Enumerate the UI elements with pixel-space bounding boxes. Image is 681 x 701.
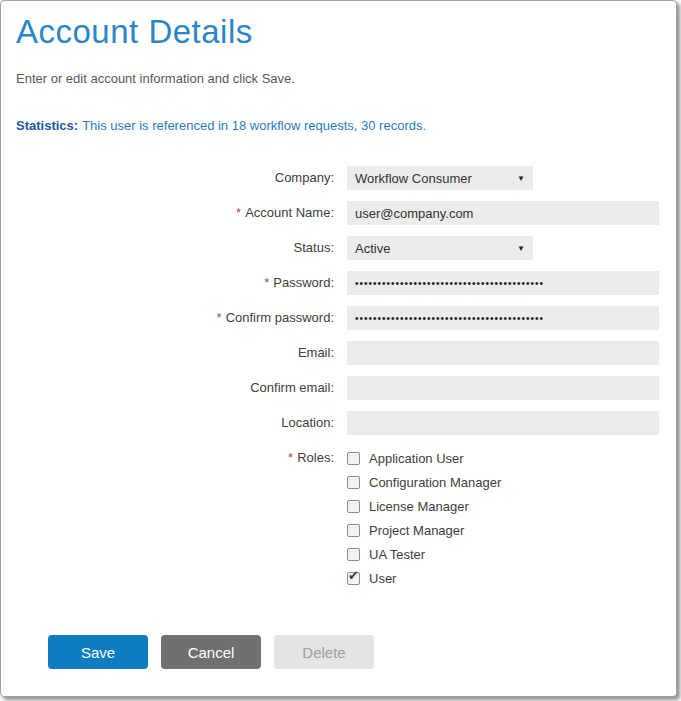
required-marker: * (217, 310, 222, 325)
role-row-ua-tester: ✔ UA Tester (347, 542, 501, 566)
location-label-cell: Location: (16, 411, 334, 435)
role-label: Project Manager (369, 523, 464, 538)
confirm-email-label: Confirm email: (250, 380, 334, 395)
role-checkbox-license-manager[interactable]: ✔ (347, 500, 360, 513)
email-label-cell: Email: (16, 341, 334, 365)
role-checkbox-project-manager[interactable]: ✔ (347, 524, 360, 537)
role-checkbox-user[interactable]: ✔ (347, 572, 360, 585)
cancel-button[interactable]: Cancel (161, 635, 261, 669)
confirm-password-input[interactable] (347, 306, 659, 330)
form-row-status: Status: Active ▼ (16, 236, 676, 260)
location-input[interactable] (347, 411, 659, 435)
account-details-page: Account Details Enter or edit account in… (0, 0, 677, 697)
role-row-license-manager: ✔ License Manager (347, 494, 501, 518)
password-label-cell: *Password: (16, 271, 334, 295)
chevron-down-icon: ▼ (517, 174, 525, 183)
statistics-line: Statistics:This user is referenced in 18… (16, 118, 676, 133)
confirm-password-label: Confirm password: (226, 310, 334, 325)
password-label: Password: (273, 275, 334, 290)
status-label-cell: Status: (16, 236, 334, 260)
page-title: Account Details (16, 13, 676, 51)
chevron-down-icon: ▼ (517, 244, 525, 253)
form-row-password: *Password: (16, 271, 676, 295)
role-checkbox-application-user[interactable]: ✔ (347, 452, 360, 465)
confirm-email-label-cell: Confirm email: (16, 376, 334, 400)
form-row-email: Email: (16, 341, 676, 365)
role-row-application-user: ✔ Application User (347, 446, 501, 470)
location-label: Location: (281, 415, 334, 430)
email-input[interactable] (347, 341, 659, 365)
page-subtitle: Enter or edit account information and cl… (16, 71, 676, 86)
role-checkbox-ua-tester[interactable]: ✔ (347, 548, 360, 561)
check-icon: ✔ (348, 568, 359, 583)
roles-options: ✔ Application User ✔ Configuration Manag… (347, 446, 501, 590)
required-marker: * (236, 205, 241, 220)
email-label: Email: (298, 345, 334, 360)
account-name-label: Account Name: (245, 205, 334, 220)
button-bar: Save Cancel Delete (48, 635, 676, 669)
delete-button[interactable]: Delete (274, 635, 374, 669)
company-label: Company: (275, 170, 334, 185)
form-row-confirm-email: Confirm email: (16, 376, 676, 400)
account-form: Company: Workflow Consumer ▼ *Account Na… (16, 166, 676, 590)
roles-label-cell: *Roles: (16, 446, 334, 590)
form-row-location: Location: (16, 411, 676, 435)
status-label: Status: (294, 240, 334, 255)
status-select-value: Active (355, 241, 390, 256)
role-label: UA Tester (369, 547, 425, 562)
status-select[interactable]: Active ▼ (347, 236, 533, 260)
confirm-password-label-cell: *Confirm password: (16, 306, 334, 330)
roles-label: Roles: (297, 450, 334, 465)
role-label: Application User (369, 451, 464, 466)
role-row-configuration-manager: ✔ Configuration Manager (347, 470, 501, 494)
role-checkbox-configuration-manager[interactable]: ✔ (347, 476, 360, 489)
company-select[interactable]: Workflow Consumer ▼ (347, 166, 533, 190)
role-row-project-manager: ✔ Project Manager (347, 518, 501, 542)
role-label: User (369, 571, 396, 586)
statistics-text: This user is referenced in 18 workflow r… (82, 118, 426, 133)
required-marker: * (264, 275, 269, 290)
confirm-email-input[interactable] (347, 376, 659, 400)
role-row-user: ✔ User (347, 566, 501, 590)
account-name-input[interactable] (347, 201, 659, 225)
company-label-cell: Company: (16, 166, 334, 190)
role-label: License Manager (369, 499, 469, 514)
company-select-value: Workflow Consumer (355, 171, 472, 186)
form-row-company: Company: Workflow Consumer ▼ (16, 166, 676, 190)
form-row-roles: *Roles: ✔ Application User ✔ Configurati… (16, 446, 676, 590)
password-input[interactable] (347, 271, 659, 295)
required-marker: * (288, 450, 293, 465)
account-name-label-cell: *Account Name: (16, 201, 334, 225)
save-button[interactable]: Save (48, 635, 148, 669)
form-row-account-name: *Account Name: (16, 201, 676, 225)
role-label: Configuration Manager (369, 475, 501, 490)
statistics-label: Statistics: (16, 118, 78, 133)
form-row-confirm-password: *Confirm password: (16, 306, 676, 330)
